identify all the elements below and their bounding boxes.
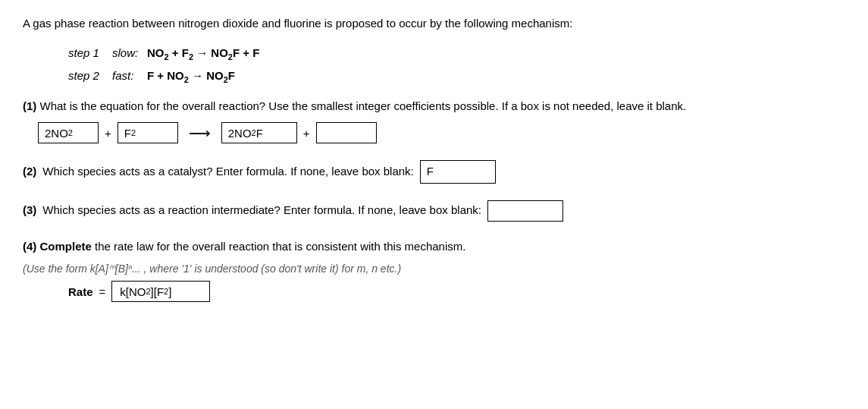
q3-row: (3) Which species acts as a reaction int… <box>23 200 845 222</box>
intro-text: A gas phase reaction between nitrogen di… <box>23 15 845 33</box>
q3-number: (3) <box>23 202 36 219</box>
step-2-label: step 2 <box>68 69 106 82</box>
question-2-text: (2) Which species acts as a catalyst? En… <box>23 160 845 184</box>
q1-plus-2: + <box>303 127 310 140</box>
question-1-block: (1) What is the equation for the overall… <box>23 98 845 144</box>
question-4-text: (4) Complete the rate law for the overal… <box>23 238 845 256</box>
question-4-block: (4) Complete the rate law for the overal… <box>23 238 845 303</box>
step-1-eq-text: NO2 + F2 → NO2F + F <box>147 46 259 61</box>
question-2-block: (2) Which species acts as a catalyst? En… <box>23 160 845 184</box>
question-3-block: (3) Which species acts as a reaction int… <box>23 200 845 222</box>
q3-answer-box[interactable] <box>487 200 563 222</box>
rate-value-box[interactable]: k[NO2][F2] <box>111 281 210 302</box>
question-1-text: (1) What is the equation for the overall… <box>23 98 845 115</box>
step-1-equation: NO2 + F2 → NO2F + F <box>147 46 259 61</box>
q2-number: (2) <box>23 163 36 181</box>
rate-equals: = <box>99 285 106 298</box>
q1-product1-box[interactable]: 2NO2F <box>221 122 297 143</box>
step-2-speed: fast: <box>112 69 141 82</box>
q1-number: (1) <box>23 99 36 112</box>
q4-note: (Use the form k[A]ᵐ[B]ⁿ... , where '1' i… <box>23 263 845 275</box>
rate-row: Rate = k[NO2][F2] <box>68 281 845 302</box>
q1-plus-1: + <box>105 127 111 140</box>
q2-answer-text: F <box>427 163 434 181</box>
q1-product2-box[interactable] <box>316 122 377 143</box>
step-2-block: step 2 fast: F + NO2 → NO2F <box>68 69 845 84</box>
q1-reactant1-box[interactable]: 2NO2 <box>38 122 99 143</box>
q4-bold-word: Complete <box>40 240 92 253</box>
q4-number: (4) <box>23 240 36 253</box>
q2-row: (2) Which species acts as a catalyst? En… <box>23 160 845 184</box>
step-1-label: step 1 <box>68 46 106 59</box>
q2-answer-box[interactable]: F <box>420 160 496 184</box>
step-2-eq-text: F + NO2 → NO2F <box>147 69 235 84</box>
question-3-text: (3) Which species acts as a reaction int… <box>23 200 845 222</box>
q1-arrow: ⟶ <box>189 124 211 142</box>
q1-text-content: What is the equation for the overall rea… <box>40 99 687 112</box>
step-1-block: step 1 slow: NO2 + F2 → NO2F + F <box>68 46 845 61</box>
q2-text-content: Which species acts as a catalyst? Enter … <box>42 163 413 181</box>
step-1-speed: slow: <box>112 46 141 59</box>
q4-text-content: the rate law for the overall reaction th… <box>95 240 465 253</box>
q1-reactant2-box[interactable]: F2 <box>118 122 178 143</box>
step-2-equation: F + NO2 → NO2F <box>147 69 235 84</box>
intro-paragraph: A gas phase reaction between nitrogen di… <box>23 17 572 30</box>
q3-text-content: Which species acts as a reaction interme… <box>42 202 481 219</box>
q1-equation-row: 2NO2 + F2 ⟶ 2NO2F + <box>38 122 845 143</box>
rate-label: Rate <box>68 285 93 298</box>
q4-note-text: (Use the form k[A]ᵐ[B]ⁿ... , where '1' i… <box>23 263 401 275</box>
